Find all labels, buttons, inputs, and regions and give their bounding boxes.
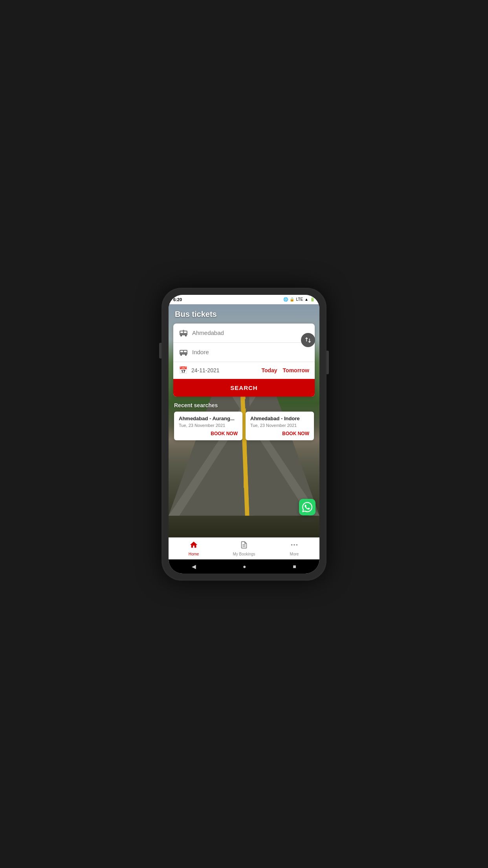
today-button[interactable]: Today bbox=[261, 367, 277, 373]
recent-date-1: Tue, 23 November 2021 bbox=[250, 423, 309, 428]
nav-more[interactable]: More bbox=[269, 538, 319, 559]
home-icon bbox=[189, 541, 198, 551]
bus-from-icon bbox=[179, 328, 188, 338]
svg-rect-11 bbox=[180, 331, 183, 333]
nav-more-label: More bbox=[290, 552, 299, 556]
from-row bbox=[173, 324, 315, 343]
svg-point-21 bbox=[291, 544, 293, 546]
app-screen: 6:20 🌐 🔒 LTE ▲ 🔋 bbox=[169, 295, 319, 574]
calendar-icon: 📅 bbox=[179, 366, 187, 375]
svg-rect-12 bbox=[184, 331, 187, 333]
svg-point-20 bbox=[185, 354, 187, 356]
status-lock-icon: 🔒 bbox=[290, 297, 294, 302]
recent-route-0: Ahmedabad - Aurang... bbox=[179, 416, 238, 421]
recent-card-0: Ahmedabad - Aurang... Tue, 23 November 2… bbox=[174, 412, 242, 440]
android-back-button[interactable]: ◀ bbox=[192, 563, 196, 570]
to-row bbox=[173, 343, 315, 362]
recent-searches-section: Recent searches Ahmedabad - Aurang... Tu… bbox=[169, 398, 319, 443]
nav-bookings-label: My Bookings bbox=[233, 552, 255, 556]
search-button[interactable]: SEARCH bbox=[173, 379, 315, 397]
from-input[interactable] bbox=[192, 329, 309, 336]
signal-icon: ▲ bbox=[305, 297, 308, 302]
svg-rect-18 bbox=[184, 351, 187, 352]
status-world-icon: 🌐 bbox=[283, 297, 288, 302]
status-lte: LTE bbox=[296, 297, 303, 302]
svg-point-19 bbox=[180, 354, 182, 356]
svg-rect-17 bbox=[180, 351, 183, 352]
book-now-button-0[interactable]: BOOK NOW bbox=[179, 431, 238, 436]
svg-point-22 bbox=[294, 544, 295, 546]
recent-searches-title: Recent searches bbox=[174, 402, 314, 408]
android-recents-button[interactable]: ■ bbox=[293, 563, 296, 570]
more-icon bbox=[290, 541, 299, 551]
date-row: 📅 24-11-2021 Today Tomorrow bbox=[173, 362, 315, 379]
status-time: 6:20 bbox=[173, 297, 182, 302]
svg-point-13 bbox=[180, 335, 182, 337]
date-value: 24-11-2021 bbox=[191, 367, 256, 373]
swap-arrows-icon bbox=[305, 337, 312, 344]
recent-route-1: Ahmedabad - Indore bbox=[250, 416, 309, 421]
phone-frame: 6:20 🌐 🔒 LTE ▲ 🔋 bbox=[161, 288, 327, 581]
bookings-icon bbox=[240, 541, 248, 551]
android-nav-bar: ◀ ● ■ bbox=[169, 559, 319, 574]
search-card: 📅 24-11-2021 Today Tomorrow SEARCH bbox=[173, 324, 315, 397]
tomorrow-button[interactable]: Tomorrow bbox=[283, 367, 309, 373]
android-home-button[interactable]: ● bbox=[243, 563, 246, 570]
svg-rect-9 bbox=[244, 464, 247, 487]
svg-point-14 bbox=[185, 335, 187, 337]
book-now-button-1[interactable]: BOOK NOW bbox=[250, 431, 309, 436]
svg-rect-15 bbox=[183, 330, 184, 331]
recent-date-0: Tue, 23 November 2021 bbox=[179, 423, 238, 428]
main-content: Bus tickets bbox=[169, 304, 319, 537]
bus-to-icon bbox=[179, 348, 188, 357]
recent-cards-container: Ahmedabad - Aurang... Tue, 23 November 2… bbox=[174, 412, 314, 440]
to-input[interactable] bbox=[192, 349, 309, 355]
app-header: Bus tickets bbox=[169, 304, 319, 322]
phone-screen: 6:20 🌐 🔒 LTE ▲ 🔋 bbox=[169, 295, 319, 574]
whatsapp-icon bbox=[302, 502, 312, 512]
road-svg bbox=[169, 376, 319, 516]
battery-icon: 🔋 bbox=[310, 297, 315, 302]
swap-button[interactable] bbox=[301, 333, 315, 347]
status-bar: 6:20 🌐 🔒 LTE ▲ 🔋 bbox=[169, 295, 319, 304]
nav-home[interactable]: Home bbox=[169, 538, 219, 559]
app-title: Bus tickets bbox=[175, 310, 313, 319]
svg-point-23 bbox=[296, 544, 298, 546]
whatsapp-fab[interactable] bbox=[299, 499, 316, 515]
bottom-nav: Home My Bookings More bbox=[169, 537, 319, 559]
recent-card-1: Ahmedabad - Indore Tue, 23 November 2021… bbox=[246, 412, 314, 440]
nav-home-label: Home bbox=[189, 552, 199, 556]
status-icons: 🌐 🔒 LTE ▲ 🔋 bbox=[283, 297, 315, 302]
nav-bookings[interactable]: My Bookings bbox=[219, 538, 269, 559]
